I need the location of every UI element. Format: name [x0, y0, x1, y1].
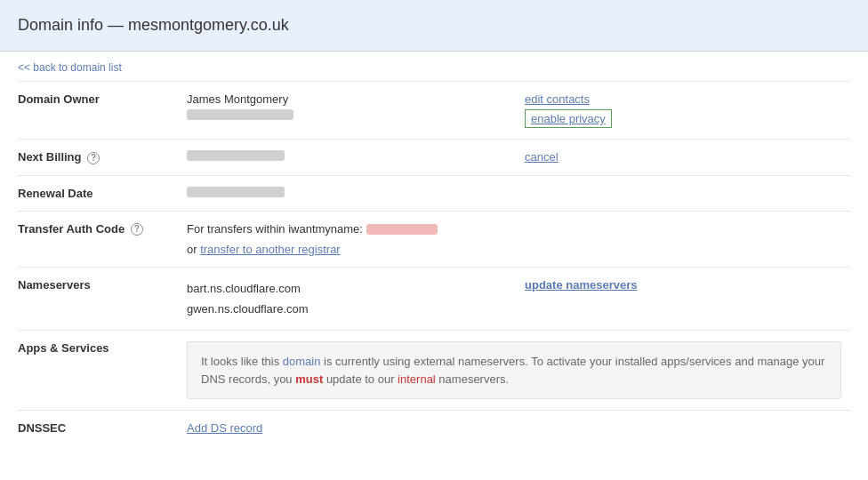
row-label-transfer-auth: Transfer Auth Code ? — [18, 211, 178, 267]
table-row: Apps & Services It looks like this domai… — [18, 331, 850, 411]
domain-info-table: Domain Owner James Montgomery edit conta… — [18, 81, 850, 445]
warning-text: It looks like this domain is currently u… — [201, 355, 824, 386]
row-label-renewal-date: Renewal Date — [18, 175, 178, 211]
cancel-billing-link[interactable]: cancel — [525, 150, 559, 164]
row-value-dnssec: Add DS record — [178, 411, 850, 446]
table-row: Next Billing ? cancel — [18, 140, 850, 176]
update-nameservers-link[interactable]: update nameservers — [525, 278, 637, 292]
redacted-auth-code — [366, 224, 438, 235]
row-actions-nameservers: update nameservers — [516, 267, 850, 331]
redacted-owner-bar — [187, 109, 293, 120]
nameserver-item: bart.ns.cloudflare.com — [187, 278, 507, 299]
row-label-dnssec: DNSSEC — [18, 411, 178, 446]
row-label-apps-services: Apps & Services — [18, 331, 178, 411]
row-label-domain-owner: Domain Owner — [18, 82, 178, 140]
must-text: must — [295, 372, 323, 386]
tooltip-icon-transfer-auth[interactable]: ? — [131, 223, 143, 236]
row-actions-next-billing: cancel — [516, 140, 850, 176]
page-header: Domain info — mesmontgomery.co.uk — [0, 0, 868, 52]
breadcrumb-row: << back to domain list — [0, 52, 868, 81]
table-row: Transfer Auth Code ? For transfers withi… — [18, 211, 850, 267]
transfer-or-text: or — [187, 243, 200, 256]
owner-name: James Montgomery — [187, 92, 507, 106]
row-label-nameservers: Nameservers — [18, 267, 178, 331]
nameserver-list: bart.ns.cloudflare.com gwen.ns.cloudflar… — [187, 278, 507, 320]
row-value-domain-owner: James Montgomery — [178, 82, 516, 140]
main-content: Domain Owner James Montgomery edit conta… — [0, 81, 868, 445]
row-value-renewal-date — [178, 175, 516, 211]
redacted-billing-bar — [187, 150, 285, 161]
domain-text-highlight: domain — [283, 355, 321, 368]
row-value-nameservers: bart.ns.cloudflare.com gwen.ns.cloudflar… — [178, 267, 516, 331]
external-nameservers-warning: It looks like this domain is currently u… — [187, 341, 841, 399]
transfer-to-another-registrar-link[interactable]: transfer to another registrar — [200, 243, 341, 256]
add-ds-record-link[interactable]: Add DS record — [187, 421, 262, 435]
row-value-next-billing — [178, 140, 516, 176]
table-row: Nameservers bart.ns.cloudflare.com gwen.… — [18, 267, 850, 331]
nameserver-item: gwen.ns.cloudflare.com — [187, 299, 507, 319]
table-row: Renewal Date — [18, 175, 850, 211]
row-label-next-billing: Next Billing ? — [18, 140, 178, 176]
enable-privacy-button[interactable]: enable privacy — [525, 109, 612, 128]
page-title: Domain info — mesmontgomery.co.uk — [18, 16, 850, 35]
redacted-renewal-bar — [187, 187, 285, 197]
table-row: Domain Owner James Montgomery edit conta… — [18, 82, 850, 140]
internal-text: internal — [398, 372, 436, 386]
back-to-domain-list-link[interactable]: << back to domain list — [18, 61, 122, 74]
edit-contacts-link[interactable]: edit contacts — [525, 92, 590, 106]
row-actions-renewal-date — [516, 175, 850, 211]
table-row: DNSSEC Add DS record — [18, 411, 850, 446]
transfer-prefix-text: For transfers within iwantmyname: — [187, 222, 366, 236]
row-value-apps-services: It looks like this domain is currently u… — [178, 331, 850, 411]
row-value-transfer-auth: For transfers within iwantmyname: or tra… — [178, 211, 850, 267]
tooltip-icon-next-billing[interactable]: ? — [87, 152, 100, 164]
row-actions-domain-owner: edit contacts enable privacy — [516, 82, 850, 140]
